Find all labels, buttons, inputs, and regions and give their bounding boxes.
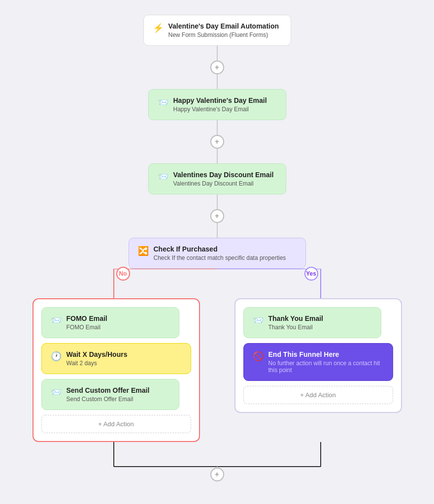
branch-left-box: 📨 FOMO Email FOMO Email 🕐 Wait X Days/Ho…: [33, 298, 200, 442]
add-node-1[interactable]: +: [210, 61, 224, 74]
thankyou-email-subtitle: Thank You Email: [268, 324, 324, 331]
fomo-email-title: FOMO Email: [67, 315, 107, 322]
condition-icon: 🔀: [138, 246, 149, 256]
offer-email-title: Send Custom Offer Email: [67, 386, 150, 394]
discount-email-icon: 📨: [158, 171, 168, 182]
merge-connector: +: [30, 442, 404, 481]
discount-email-title: Valentines Day Discount Email: [173, 171, 274, 179]
thankyou-email-node[interactable]: 📨 Thank You Email Thank You Email: [243, 307, 381, 338]
add-node-2[interactable]: +: [210, 135, 224, 149]
discount-email-subtitle: Valentines Day Discount Email: [173, 180, 274, 187]
add-node-3[interactable]: +: [210, 209, 224, 223]
discount-email-node[interactable]: 📨 Valentines Day Discount Email Valentin…: [148, 163, 286, 194]
branch-lines-svg: [30, 269, 404, 298]
automation-canvas: ⚡ Valentine's Day Email Automation New F…: [0, 0, 434, 504]
happy-email-icon: 📨: [158, 97, 168, 108]
branch-right: 📨 Thank You Email Thank You Email 🚫 End …: [227, 298, 409, 442]
offer-email-node[interactable]: 📨 Send Custom Offer Email Send Custom Of…: [41, 379, 179, 410]
trigger-node[interactable]: ⚡ Valentine's Day Email Automation New F…: [143, 15, 291, 46]
wait-subtitle: Wait 2 days: [67, 360, 128, 367]
add-action-right[interactable]: + Add Action: [243, 386, 393, 404]
connector-3: +: [210, 194, 224, 238]
condition-title: Check If Purchased: [154, 245, 286, 253]
fomo-email-subtitle: FOMO Email: [67, 324, 107, 331]
happy-email-node[interactable]: 📨 Happy Valentine's Day Email Happy Vale…: [148, 89, 286, 120]
offer-email-subtitle: Send Custom Offer Email: [67, 396, 150, 403]
add-node-bottom[interactable]: +: [210, 468, 224, 481]
trigger-icon: ⚡: [153, 23, 164, 33]
trigger-subtitle: New Form Submission (Fluent Forms): [168, 32, 279, 38]
thankyou-email-icon: 📨: [253, 315, 264, 326]
offer-email-icon: 📨: [51, 387, 62, 398]
connector-2: +: [210, 120, 224, 163]
happy-email-title: Happy Valentine's Day Email: [173, 96, 267, 104]
connector-1: +: [210, 46, 224, 89]
branch-right-box: 📨 Thank You Email Thank You Email 🚫 End …: [234, 298, 402, 413]
trigger-title: Valentine's Day Email Automation: [168, 22, 279, 30]
end-funnel-node[interactable]: 🚫 End This Funnel Here No further action…: [243, 343, 393, 381]
end-funnel-subtitle: No further action will run once a contac…: [268, 360, 384, 374]
add-action-left[interactable]: + Add Action: [41, 415, 191, 433]
branch-row: 📨 FOMO Email FOMO Email 🕐 Wait X Days/Ho…: [10, 298, 424, 442]
wait-icon: 🕐: [51, 351, 62, 362]
thankyou-email-title: Thank You Email: [268, 315, 324, 322]
end-funnel-title: End This Funnel Here: [268, 350, 384, 358]
condition-subtitle: Check If the contact match specific data…: [154, 254, 286, 261]
branch-left: 📨 FOMO Email FOMO Email 🕐 Wait X Days/Ho…: [25, 298, 207, 442]
wait-node[interactable]: 🕐 Wait X Days/Hours Wait 2 days: [41, 343, 191, 374]
end-funnel-icon: 🚫: [253, 351, 264, 362]
happy-email-subtitle: Happy Valentine's Day Email: [173, 106, 267, 113]
branch-connector-area: No Yes: [30, 269, 404, 298]
condition-node[interactable]: 🔀 Check If Purchased Check If the contac…: [129, 238, 306, 269]
fomo-email-icon: 📨: [51, 315, 62, 326]
fomo-email-node[interactable]: 📨 FOMO Email FOMO Email: [41, 307, 179, 338]
wait-title: Wait X Days/Hours: [67, 350, 128, 358]
